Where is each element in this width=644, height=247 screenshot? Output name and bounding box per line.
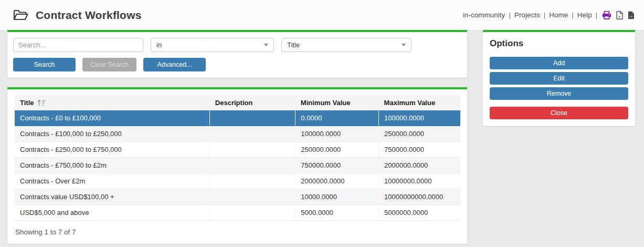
cell-min-value: 250000.0000 — [295, 142, 379, 158]
advanced-search-button[interactable]: Advanced... — [143, 58, 206, 71]
cell-min-value: 2000000.0000 — [295, 173, 379, 189]
table-row[interactable]: USD$5,000 and above 5000.0000 5000000.00… — [15, 205, 460, 221]
nav-separator: | — [509, 11, 511, 19]
nav-separator: | — [572, 11, 574, 19]
column-header-label: Description — [215, 99, 253, 107]
results-panel: Title — [7, 87, 467, 244]
nav-link-projects[interactable]: Projects — [514, 11, 540, 19]
cell-max-value: 10000000.0000 — [379, 173, 460, 189]
cell-description — [210, 189, 295, 205]
search-field-select[interactable]: Title — [281, 38, 411, 52]
cell-max-value: 5000000.0000 — [379, 205, 460, 221]
table-row[interactable]: Contracts value USD$100,00 + 10000.0000 … — [15, 189, 460, 205]
printer-icon[interactable] — [602, 11, 611, 19]
cell-title: Contracts - £750,000 to £2m — [15, 158, 210, 173]
cell-title: USD$5,000 and above — [15, 205, 210, 221]
table-row[interactable]: Contracts - £100,000 to £250,000 100000.… — [15, 126, 460, 142]
cell-min-value: 750000.0000 — [295, 158, 379, 173]
page-title: Contract Workflows — [36, 9, 142, 22]
clear-search-button[interactable]: Clear Search — [82, 58, 136, 71]
results-count: Showing 1 to 7 of 7 — [15, 221, 460, 244]
search-input[interactable] — [13, 38, 143, 52]
sort-ascending-icon — [37, 99, 46, 106]
cell-title: Contracts - Over £2m — [15, 173, 210, 189]
cell-description — [210, 158, 295, 173]
top-nav: in-community | Projects | Home | Help | … — [463, 11, 635, 19]
table-row[interactable]: Contracts - £250,000 to £750,000 250000.… — [15, 142, 460, 158]
search-operator-select[interactable]: in — [151, 38, 274, 52]
nav-link-home[interactable]: Home — [549, 11, 568, 19]
nav-separator: | — [595, 11, 597, 19]
svg-text:x: x — [618, 14, 620, 18]
cell-title: Contracts - £0 to £100,000 — [15, 110, 210, 126]
header-bar: Contract Workflows in-community | Projec… — [0, 0, 644, 30]
csv-export-icon[interactable]: CSV — [628, 11, 635, 19]
cell-max-value: 750000.0000 — [379, 142, 460, 158]
cell-min-value: 0.0000 — [295, 110, 379, 126]
column-header-minimum-value[interactable]: Minimum Value — [295, 95, 379, 110]
excel-export-icon[interactable]: x — [616, 11, 623, 19]
cell-max-value: 250000.0000 — [379, 126, 460, 142]
add-button[interactable]: Add — [490, 57, 628, 69]
cell-title: Contracts - £100,000 to £250,000 — [15, 126, 210, 142]
search-panel: in Title Search Clear Search Advanced... — [7, 30, 467, 78]
remove-button[interactable]: Remove — [490, 87, 628, 100]
cell-max-value: 2000000.0000 — [379, 158, 460, 173]
cell-title: Contracts value USD$100,00 + — [15, 189, 210, 205]
chevron-down-icon — [264, 44, 268, 46]
search-field-value: Title — [287, 41, 397, 49]
cell-max-value: 100000.0000 — [379, 110, 460, 126]
nav-separator: | — [544, 11, 546, 19]
options-title: Options — [490, 38, 628, 49]
search-operator-value: in — [156, 41, 260, 49]
edit-button[interactable]: Edit — [490, 72, 628, 85]
cell-min-value: 5000.0000 — [295, 205, 379, 221]
nav-link-help[interactable]: Help — [577, 11, 592, 19]
svg-text:CSV: CSV — [629, 15, 633, 17]
cell-description — [210, 205, 295, 221]
column-header-label: Maximum Value — [384, 99, 436, 107]
cell-max-value: 10000000000.0000 — [379, 189, 460, 205]
column-header-description[interactable]: Description — [210, 95, 295, 110]
open-folder-icon — [13, 9, 28, 22]
column-header-title[interactable]: Title — [15, 95, 210, 110]
cell-description — [210, 110, 295, 126]
cell-min-value: 100000.0000 — [295, 126, 379, 142]
workflows-table: Title — [15, 95, 460, 221]
cell-description — [210, 126, 295, 142]
cell-description — [210, 173, 295, 189]
chevron-down-icon — [402, 44, 406, 46]
table-row-selected[interactable]: Contracts - £0 to £100,000 0.0000 100000… — [15, 110, 460, 126]
column-header-label: Title — [20, 99, 34, 107]
search-button[interactable]: Search — [13, 58, 76, 71]
options-panel: Options Add Edit Remove Close — [483, 30, 635, 126]
cell-min-value: 10000.0000 — [295, 189, 379, 205]
column-header-label: Minimum Value — [301, 99, 351, 107]
table-row[interactable]: Contracts - Over £2m 2000000.0000 100000… — [15, 173, 460, 189]
close-button[interactable]: Close — [490, 107, 628, 119]
cell-description — [210, 142, 295, 158]
cell-title: Contracts - £250,000 to £750,000 — [15, 142, 210, 158]
nav-link-in-community[interactable]: in-community — [463, 11, 505, 19]
table-row[interactable]: Contracts - £750,000 to £2m 750000.0000 … — [15, 158, 460, 173]
column-header-maximum-value[interactable]: Maximum Value — [379, 95, 460, 110]
